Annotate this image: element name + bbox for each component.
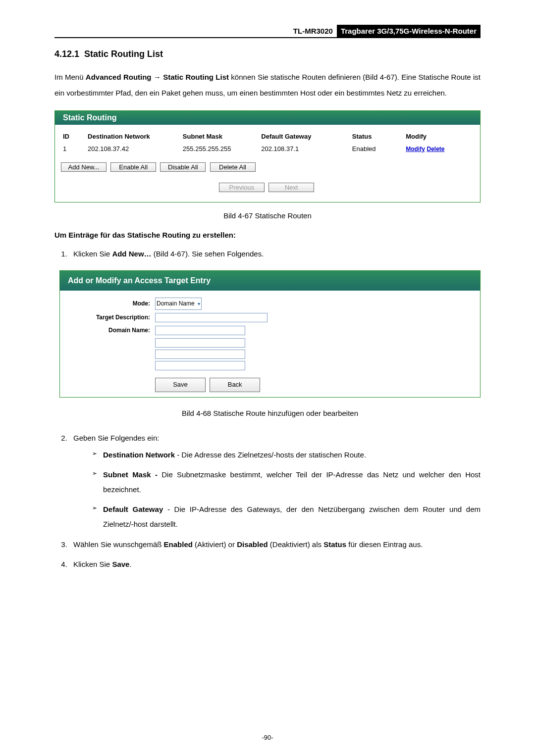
table-header-row: ID Destination Network Subnet Mask Defau…	[61, 130, 474, 143]
nav-button-row: Previous Next	[61, 179, 474, 194]
target-desc-input[interactable]	[155, 313, 268, 322]
add-modify-title: Add or Modify an Access Target Entry	[60, 271, 480, 291]
col-gw: Default Gateway	[259, 130, 350, 143]
domain-name-input-2[interactable]	[155, 338, 245, 348]
cell-id: 1	[61, 143, 86, 159]
model-label: TL-MR3020	[289, 25, 337, 37]
instructions-heading: Um Einträge für das Statische Routing zu…	[54, 231, 481, 239]
disable-all-button[interactable]: Disable All	[160, 162, 206, 172]
mode-label: Mode:	[66, 298, 155, 309]
routing-table: ID Destination Network Subnet Mask Defau…	[61, 130, 474, 159]
cell-status: Enabled	[350, 143, 404, 159]
domain-name-input-4[interactable]	[155, 361, 245, 370]
col-modify: Modify	[404, 130, 474, 143]
enable-all-button[interactable]: Enable All	[110, 162, 156, 172]
table-row: 1 202.108.37.42 255.255.255.255 202.108.…	[61, 143, 474, 159]
static-routing-panel: Static Routing ID Destination Network Su…	[54, 110, 481, 202]
col-id: ID	[61, 130, 86, 143]
figure-caption-1: Bild 4-67 Statische Routen	[54, 211, 481, 220]
cell-mask: 255.255.255.255	[181, 143, 259, 159]
domain-name-label: Domain Name:	[66, 325, 155, 336]
chevron-down-icon: ▾	[198, 299, 200, 308]
col-dest: Destination Network	[86, 130, 181, 143]
save-button[interactable]: Save	[155, 378, 206, 392]
next-button: Next	[268, 183, 314, 192]
page-number: -90-	[0, 734, 535, 741]
col-mask: Subnet Mask	[181, 130, 259, 143]
static-routing-title: Static Routing	[55, 111, 480, 125]
modify-link[interactable]: Modify	[406, 146, 425, 152]
product-label: Tragbarer 3G/3,75G-Wireless-N-Router	[337, 25, 481, 37]
step-4: Klicken Sie Save.	[69, 557, 481, 572]
delete-link[interactable]: Delete	[427, 146, 444, 152]
bullet-subnet-mask: Subnet Mask - Die Subnetzmaske bestimmt,…	[92, 467, 481, 497]
bullet-default-gateway: Default Gateway - Die IP-Adresse des Gat…	[92, 502, 481, 532]
step-3: Wählen Sie wunschgemäß Enabled (Aktivier…	[69, 538, 481, 552]
col-status: Status	[350, 130, 404, 143]
back-button[interactable]: Back	[210, 378, 260, 392]
add-modify-panel: Add or Modify an Access Target Entry Mod…	[59, 270, 481, 398]
page-header: TL-MR3020 Tragbarer 3G/3,75G-Wireless-N-…	[54, 25, 481, 38]
target-desc-label: Target Description:	[66, 312, 155, 323]
domain-name-input-1[interactable]	[155, 326, 245, 335]
intro-paragraph: Im Menü Advanced Routing → Static Routin…	[54, 69, 481, 101]
mode-select[interactable]: Domain Name ▾	[155, 298, 202, 310]
action-button-row: Add New... Enable All Disable All Delete…	[61, 159, 474, 179]
domain-name-input-3[interactable]	[155, 350, 245, 359]
previous-button: Previous	[219, 183, 265, 192]
step-2: Geben Sie Folgendes ein: Destination Net…	[69, 431, 481, 532]
cell-dest: 202.108.37.42	[86, 143, 181, 159]
delete-all-button[interactable]: Delete All	[210, 162, 256, 172]
figure-caption-2: Bild 4-68 Statische Route hinzufügen ode…	[59, 406, 481, 421]
add-new-button[interactable]: Add New...	[61, 162, 107, 172]
bullet-dest-network: Destination Network - Die Adresse des Zi…	[92, 448, 481, 462]
cell-gw: 202.108.37.1	[259, 143, 350, 159]
section-heading: 4.12.1 Static Routing List	[54, 49, 481, 59]
step-1: Klicken Sie Add New… (Bild 4-67). Sie se…	[69, 247, 481, 420]
